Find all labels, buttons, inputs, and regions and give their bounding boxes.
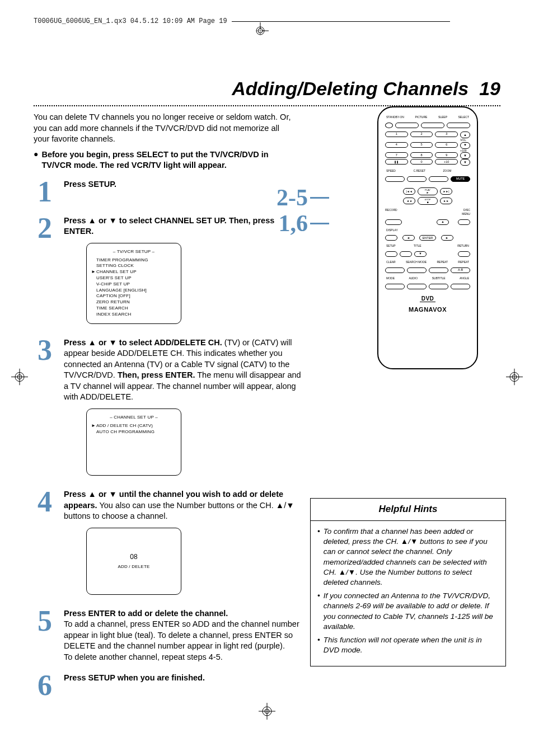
- record-button[interactable]: [385, 219, 402, 225]
- osd-marker: [91, 288, 95, 294]
- clear-button[interactable]: [385, 267, 405, 273]
- vol-down-button[interactable]: ▼: [460, 159, 470, 166]
- label-picture: PICTURE: [415, 115, 427, 119]
- intro-bullet-text: Before you begin, press SELECT to put th…: [41, 149, 291, 171]
- skip-fwd-button[interactable]: ►►|: [440, 188, 452, 195]
- rewind-button[interactable]: ◄◄: [403, 198, 415, 204]
- picture-button[interactable]: [395, 123, 419, 128]
- title-button[interactable]: [400, 251, 412, 257]
- num-6-button[interactable]: 6: [435, 142, 458, 148]
- setup-button[interactable]: [385, 251, 397, 257]
- label-select: SELECT: [458, 115, 469, 119]
- num-1-button[interactable]: 1: [385, 132, 408, 137]
- speed-button[interactable]: [385, 176, 405, 182]
- ch-up-button[interactable]: ▲: [460, 132, 470, 138]
- ffwd-button[interactable]: ►►: [440, 198, 452, 204]
- num-0-button[interactable]: 0: [410, 159, 433, 165]
- intro-block: You can delete TV channels you no longer…: [34, 112, 291, 171]
- osd-item-text: INDEX SEARCH: [96, 312, 131, 318]
- display-button[interactable]: [385, 235, 397, 241]
- osd-header: – CHANNEL SET UP –: [91, 415, 176, 421]
- osd-item: TIME SEARCH: [91, 306, 176, 312]
- play-icon: ►: [427, 191, 429, 194]
- num-8-button[interactable]: 8: [410, 152, 433, 158]
- step-5-text2: To delete another channel, repeat steps …: [64, 652, 223, 661]
- searchmode-button[interactable]: [407, 267, 427, 273]
- num-+10-button[interactable]: +10: [435, 159, 458, 165]
- select-button[interactable]: [447, 123, 470, 128]
- osd-item: V-CHIP SET UP: [91, 281, 176, 288]
- label-setup: SETUP: [386, 244, 396, 248]
- crop-mark-top: [252, 29, 500, 37]
- transport-controls: |◄◄ PLAY► ►►| ◄◄ STOP■ ►►: [384, 187, 471, 205]
- step-2-text: Press ▲ or ▼ to select CHANNEL SET UP. T…: [64, 216, 274, 236]
- brand-logo: MAGNAVOX: [384, 306, 471, 314]
- mute-button[interactable]: MUTE: [451, 176, 470, 182]
- right-button[interactable]: ►: [441, 235, 453, 241]
- label-mode: MODE: [386, 276, 395, 280]
- hint-bullet: •: [317, 591, 320, 632]
- step-6: 6 Press SETUP when you are finished.: [34, 673, 302, 699]
- step-4: 4 Press ▲ or ▼ until the channel you wis…: [34, 489, 302, 598]
- stop-button[interactable]: STOP■: [418, 197, 438, 205]
- discmenu-button[interactable]: [458, 219, 470, 225]
- audio-button[interactable]: [407, 284, 427, 289]
- ch-down-button[interactable]: ▼: [460, 142, 470, 149]
- label-clear: CLEAR: [386, 260, 396, 264]
- zoom-button[interactable]: [429, 176, 448, 182]
- step-number: 2: [34, 215, 56, 327]
- mode-button[interactable]: [385, 284, 405, 289]
- skip-back-button[interactable]: |◄◄: [403, 188, 415, 195]
- remote-row: A-B: [384, 267, 471, 273]
- osd-item: TIMER PROGRAMMING: [91, 257, 176, 264]
- enter-button[interactable]: ENTER: [419, 235, 436, 241]
- num-5-button[interactable]: 5: [410, 142, 433, 148]
- label-speed: SPEED: [386, 169, 396, 173]
- dvd-logo: DVD: [384, 295, 471, 303]
- osd-marker: [91, 306, 95, 312]
- osd-marker: [91, 275, 95, 281]
- pause-button[interactable]: ❚❚: [385, 159, 408, 165]
- label-creset: C.RESET: [413, 169, 425, 173]
- label-title: TITLE: [414, 244, 421, 248]
- intro-paragraph: You can delete TV channels you no longer…: [34, 112, 291, 145]
- callout-bot: 1,6: [277, 210, 329, 236]
- page-title: Adding/Deleting Channels 19: [34, 76, 500, 102]
- osd-item-text: TIMER PROGRAMMING: [96, 257, 148, 264]
- num-9-button[interactable]: 9: [435, 152, 458, 158]
- label-zoom: ZOOM: [443, 169, 452, 173]
- osd-item-text: CAPTION [OFF]: [96, 293, 130, 299]
- repeat-button[interactable]: [429, 267, 448, 273]
- callout-dash: [310, 197, 329, 199]
- repeat-ab-button[interactable]: A-B: [451, 267, 470, 273]
- osd-item: CAPTION [OFF]: [91, 293, 176, 299]
- step-5: 5 Press ENTER to add or delete the chann…: [34, 608, 302, 663]
- crop-mark-right: [506, 368, 523, 388]
- stop-icon: ■: [427, 201, 428, 204]
- num-3-button[interactable]: 3: [435, 132, 458, 137]
- up-button[interactable]: ▲: [437, 219, 449, 225]
- play-button[interactable]: PLAY►: [418, 187, 438, 195]
- osd-marker: [91, 263, 95, 269]
- right-column: 2-5 1,6 STANDBY-ON PICTURE SLEEP SELECT …: [310, 106, 506, 666]
- num-4-button[interactable]: 4: [385, 142, 408, 148]
- return-button[interactable]: [458, 251, 470, 257]
- angle-button[interactable]: [451, 284, 470, 289]
- standby-button[interactable]: [385, 123, 393, 128]
- osd-item-text: TIME SEARCH: [96, 306, 128, 312]
- down-button[interactable]: ▼: [414, 251, 427, 257]
- callout-top-text: 2-5: [277, 185, 308, 210]
- osd-channel-setup: – CHANNEL SET UP – ►ADD / DELETE CH (CAT…: [86, 408, 181, 476]
- subtitle-button[interactable]: [429, 284, 448, 289]
- num-2-button[interactable]: 2: [410, 132, 433, 137]
- left-button[interactable]: ◄: [402, 235, 415, 241]
- vol-button[interactable]: ▼: [460, 152, 470, 159]
- label-angle: ANGLE: [460, 276, 469, 280]
- sleep-button[interactable]: [421, 123, 444, 128]
- num-7-button[interactable]: 7: [385, 152, 408, 158]
- creset-button[interactable]: [407, 176, 427, 182]
- label-audio: AUDIO: [409, 276, 418, 280]
- osd-item: USER'S SET UP: [91, 275, 176, 281]
- osd-marker: [91, 257, 95, 264]
- osd-item-text: LANGUAGE [ENGLISH]: [96, 288, 147, 294]
